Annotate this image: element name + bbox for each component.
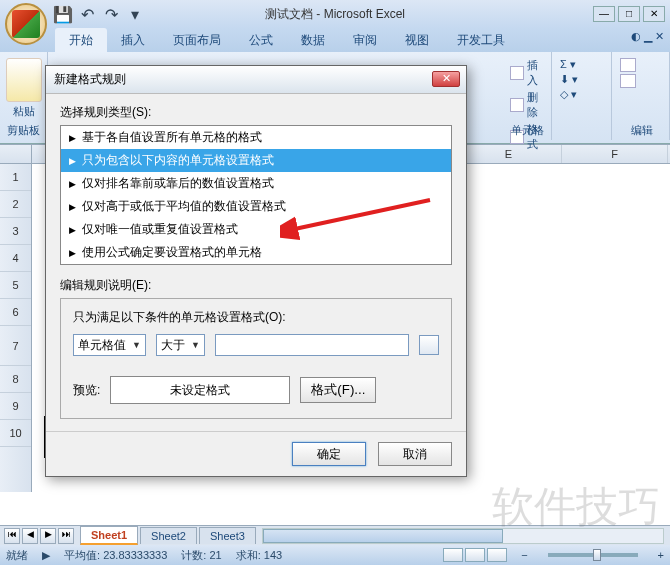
row-header[interactable]: 8 [0,366,31,393]
tab-data[interactable]: 数据 [287,28,339,52]
condition-label: 只为满足以下条件的单元格设置格式(O): [73,309,439,326]
sheet-nav-next[interactable]: ▶ [40,528,56,544]
redo-icon[interactable]: ↷ [103,6,119,22]
find-icon[interactable] [620,74,636,88]
new-format-rule-dialog: 新建格式规则 ✕ 选择规则类型(S): ▶基于各自值设置所有单元格的格式 ▶只为… [45,65,467,477]
qat-dropdown-icon[interactable]: ▾ [127,6,143,22]
quick-access-toolbar: 💾 ↶ ↷ ▾ [55,6,143,22]
rule-type-item[interactable]: ▶仅对高于或低于平均值的数值设置格式 [61,195,451,218]
autosum-icon[interactable]: Σ ▾ [560,58,576,71]
clear-icon[interactable]: ◇ ▾ [560,88,577,101]
sheet-nav-last[interactable]: ⏭ [58,528,74,544]
select-all-corner[interactable] [0,145,32,163]
triangle-icon: ▶ [69,179,76,189]
tab-home[interactable]: 开始 [55,28,107,52]
tab-review[interactable]: 审阅 [339,28,391,52]
sheet-tab[interactable]: Sheet1 [80,526,138,545]
fill-icon[interactable]: ⬇ ▾ [560,73,578,86]
scrollbar-thumb[interactable] [263,529,503,543]
view-layout-button[interactable] [465,548,485,562]
preview-label: 预览: [73,382,100,399]
sheet-nav-prev[interactable]: ◀ [22,528,38,544]
clipboard-group-label: 剪贴板 [0,123,47,138]
triangle-icon: ▶ [69,133,76,143]
rule-type-item[interactable]: ▶基于各自值设置所有单元格的格式 [61,126,451,149]
cells-group-label: 单元格 [504,123,551,138]
row-header[interactable]: 2 [0,191,31,218]
condition-target-combo[interactable]: 单元格值▼ [73,334,146,356]
row-header[interactable]: 10 [0,420,31,447]
row-header[interactable]: 1 [0,164,31,191]
rule-type-item[interactable]: ▶使用公式确定要设置格式的单元格 [61,241,451,264]
sheet-tab[interactable]: Sheet2 [140,527,197,544]
tab-layout[interactable]: 页面布局 [159,28,235,52]
undo-icon[interactable]: ↶ [79,6,95,22]
tab-view[interactable]: 视图 [391,28,443,52]
cancel-button[interactable]: 取消 [378,442,452,466]
help-icon[interactable]: ◐ [631,30,641,43]
zoom-in-button[interactable]: + [658,549,664,561]
select-rule-type-label: 选择规则类型(S): [60,104,452,121]
ok-button[interactable]: 确定 [292,442,366,466]
office-button[interactable] [5,3,47,45]
chevron-down-icon: ▼ [132,340,141,350]
sheet-tab[interactable]: Sheet3 [199,527,256,544]
minimize-ribbon-icon[interactable]: ▁ [644,30,652,43]
zoom-thumb[interactable] [593,549,601,561]
col-header[interactable]: E [456,145,562,163]
row-header[interactable]: 7 [0,326,31,366]
paste-button[interactable] [6,58,42,102]
condition-value-input[interactable] [215,334,409,356]
rule-type-item[interactable]: ▶仅对唯一值或重复值设置格式 [61,218,451,241]
tab-formula[interactable]: 公式 [235,28,287,52]
tab-insert[interactable]: 插入 [107,28,159,52]
paste-label: 粘贴 [6,104,41,119]
record-macro-icon[interactable]: ▶ [42,549,50,562]
dialog-title-bar[interactable]: 新建格式规则 ✕ [46,66,466,94]
range-selector-button[interactable] [419,335,439,355]
window-title: 测试文档 - Microsoft Excel [265,6,405,23]
sort-icon[interactable] [620,58,636,72]
status-sum: 求和: 143 [236,548,282,563]
row-header[interactable]: 5 [0,272,31,299]
zoom-out-button[interactable]: − [521,549,527,561]
insert-cells-icon[interactable] [510,66,524,80]
minimize-button[interactable]: — [593,6,615,22]
cells-insert-group: 插入 删除 格式 单元格 [504,52,552,140]
tab-dev[interactable]: 开发工具 [443,28,519,52]
ribbon-close-icon[interactable]: ✕ [655,30,664,43]
row-header[interactable]: 6 [0,299,31,326]
rule-type-item[interactable]: ▶只为包含以下内容的单元格设置格式 [61,149,451,172]
dialog-title: 新建格式规则 [54,71,126,88]
row-header[interactable]: 4 [0,245,31,272]
row-header[interactable]: 9 [0,393,31,420]
dialog-close-button[interactable]: ✕ [432,71,460,87]
triangle-icon: ▶ [69,248,76,258]
horizontal-scrollbar[interactable] [262,528,664,544]
format-button[interactable]: 格式(F)... [300,377,376,403]
col-header[interactable]: F [562,145,668,163]
rule-type-item[interactable]: ▶仅对排名靠前或靠后的数值设置格式 [61,172,451,195]
status-average: 平均值: 23.83333333 [64,548,167,563]
sheet-nav-first[interactable]: ⏮ [4,528,20,544]
delete-cells-icon[interactable] [510,98,524,112]
edit-group: 编辑 [614,52,670,140]
view-normal-button[interactable] [443,548,463,562]
edit-rule-label: 编辑规则说明(E): [60,277,452,294]
ribbon-tabs: 开始 插入 页面布局 公式 数据 审阅 视图 开发工具 ◐ ▁ ✕ [0,28,670,52]
zoom-slider[interactable] [548,553,638,557]
title-bar: 💾 ↶ ↷ ▾ 测试文档 - Microsoft Excel — □ ✕ [0,0,670,28]
editing-group: Σ ▾ ⬇ ▾ ◇ ▾ [554,52,612,140]
maximize-button[interactable]: □ [618,6,640,22]
status-bar: 就绪 ▶ 平均值: 23.83333333 计数: 21 求和: 143 − + [0,545,670,565]
row-header[interactable]: 3 [0,218,31,245]
close-button[interactable]: ✕ [643,6,665,22]
status-ready: 就绪 [6,548,28,563]
triangle-icon: ▶ [69,156,76,166]
format-preview: 未设定格式 [110,376,290,404]
status-count: 计数: 21 [181,548,221,563]
row-headers: 1 2 3 4 5 6 7 8 9 10 [0,164,32,492]
save-icon[interactable]: 💾 [55,6,71,22]
view-pagebreak-button[interactable] [487,548,507,562]
condition-operator-combo[interactable]: 大于▼ [156,334,205,356]
